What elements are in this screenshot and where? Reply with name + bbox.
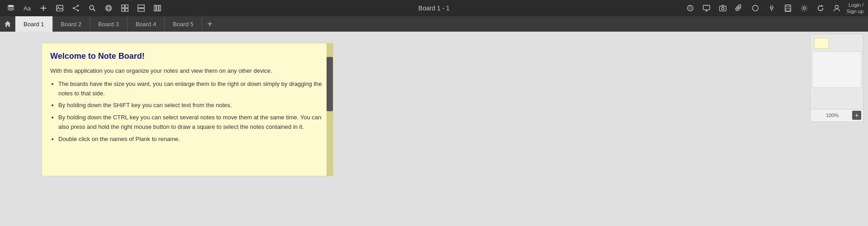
minimap-canvas bbox=[811, 34, 863, 109]
list-item: By holding down the SHIFT key you can se… bbox=[58, 101, 322, 110]
svg-rect-25 bbox=[159, 5, 161, 11]
minimap-panel: 100% + bbox=[810, 34, 863, 122]
list-item: By holding down the CTRL key you can sel… bbox=[58, 113, 322, 132]
scrollbar-thumb[interactable] bbox=[327, 57, 333, 111]
svg-line-9 bbox=[74, 9, 77, 10]
svg-rect-24 bbox=[157, 5, 158, 11]
svg-line-11 bbox=[93, 9, 95, 11]
svg-rect-3 bbox=[57, 5, 63, 11]
font-icon[interactable]: Aa bbox=[21, 2, 33, 14]
svg-rect-17 bbox=[122, 5, 124, 8]
tab-board1[interactable]: Board 1 bbox=[15, 16, 53, 32]
search-icon[interactable] bbox=[86, 2, 99, 14]
stacked-layers-icon[interactable] bbox=[5, 2, 17, 14]
columns-icon[interactable] bbox=[151, 2, 164, 14]
layout-icon[interactable] bbox=[119, 2, 131, 14]
main-toolbar: Aa Board 1 - bbox=[0, 0, 868, 16]
svg-point-0 bbox=[8, 5, 14, 7]
svg-point-31 bbox=[752, 5, 758, 11]
note-content: Welcome to Note Board! With this applica… bbox=[42, 43, 327, 176]
svg-rect-26 bbox=[703, 5, 709, 10]
tab-board4[interactable]: Board 4 bbox=[128, 16, 165, 32]
plugin-icon[interactable] bbox=[765, 2, 778, 14]
grid-icon[interactable] bbox=[135, 2, 147, 14]
svg-rect-23 bbox=[154, 5, 156, 11]
board-title: Board 1 - 1 bbox=[418, 5, 450, 12]
svg-point-7 bbox=[77, 10, 79, 12]
tab-bar: Board 1 Board 2 Board 3 Board 4 Board 5 … bbox=[0, 16, 868, 32]
note-title: Welcome to Note Board! bbox=[50, 52, 322, 61]
login-signup[interactable]: Login / Sign up bbox=[847, 2, 863, 15]
note-scrollbar[interactable] bbox=[327, 43, 333, 176]
share-icon[interactable] bbox=[70, 2, 82, 14]
svg-rect-33 bbox=[786, 5, 789, 7]
svg-point-6 bbox=[73, 7, 75, 9]
tab-board3[interactable]: Board 3 bbox=[90, 16, 128, 32]
globe-icon[interactable] bbox=[102, 2, 115, 14]
zoom-fit-button[interactable]: + bbox=[852, 111, 861, 120]
svg-point-10 bbox=[90, 5, 94, 9]
canvas-area: Welcome to Note Board! With this applica… bbox=[0, 32, 868, 226]
add-icon[interactable] bbox=[37, 2, 50, 14]
minimap-note-yellow bbox=[814, 38, 829, 49]
svg-point-30 bbox=[721, 7, 724, 9]
svg-rect-22 bbox=[138, 9, 144, 11]
toolbar-right: Login / Sign up bbox=[684, 2, 863, 15]
ai-icon[interactable] bbox=[684, 2, 697, 14]
save-icon[interactable] bbox=[782, 2, 794, 14]
tab-board5[interactable]: Board 5 bbox=[165, 16, 202, 32]
circle-icon[interactable] bbox=[749, 2, 762, 14]
screen-icon[interactable] bbox=[700, 2, 713, 14]
image-icon[interactable] bbox=[53, 2, 66, 14]
settings-icon[interactable] bbox=[798, 2, 811, 14]
attachment-icon[interactable] bbox=[733, 2, 745, 14]
note-bullets: The boards have the size you want, you c… bbox=[50, 80, 322, 144]
minimap-zoom-bar: 100% + bbox=[811, 109, 863, 121]
camera-icon[interactable] bbox=[716, 2, 729, 14]
home-button[interactable] bbox=[0, 16, 15, 32]
svg-rect-18 bbox=[125, 5, 128, 8]
svg-rect-21 bbox=[138, 5, 144, 8]
minimap-note-white bbox=[812, 52, 861, 88]
tab-board2[interactable]: Board 2 bbox=[53, 16, 90, 32]
note-intro: With this application you can organize y… bbox=[50, 66, 322, 76]
add-tab-button[interactable]: + bbox=[202, 16, 218, 32]
svg-line-8 bbox=[74, 6, 77, 8]
zoom-value: 100% bbox=[812, 113, 852, 118]
svg-point-36 bbox=[835, 5, 838, 9]
refresh-icon[interactable] bbox=[814, 2, 827, 14]
note-body: With this application you can organize y… bbox=[50, 66, 322, 144]
svg-point-35 bbox=[803, 7, 805, 9]
font-label: Aa bbox=[24, 5, 31, 12]
list-item: The boards have the size you want, you c… bbox=[58, 80, 322, 99]
svg-point-5 bbox=[77, 5, 79, 7]
svg-rect-19 bbox=[122, 9, 124, 11]
svg-rect-29 bbox=[719, 6, 726, 11]
note-card[interactable]: Welcome to Note Board! With this applica… bbox=[42, 43, 333, 176]
user-icon[interactable] bbox=[830, 2, 843, 14]
svg-rect-34 bbox=[786, 9, 790, 11]
svg-rect-20 bbox=[125, 9, 128, 11]
list-item: Double click on the names of Plank to re… bbox=[58, 135, 322, 144]
toolbar-left: Aa bbox=[5, 2, 164, 14]
